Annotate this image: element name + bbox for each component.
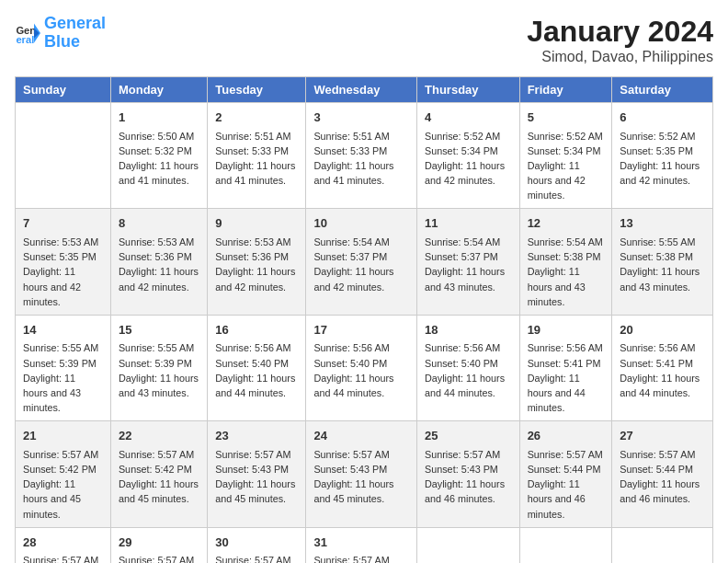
day-number: 12 — [528, 214, 605, 233]
day-cell: 13Sunrise: 5:55 AMSunset: 5:38 PMDayligh… — [612, 209, 713, 315]
day-cell: 31Sunrise: 5:57 AMSunset: 5:45 PMDayligh… — [306, 527, 417, 563]
day-info: Sunrise: 5:55 AMSunset: 5:39 PMDaylight:… — [119, 340, 199, 400]
day-cell: 23Sunrise: 5:57 AMSunset: 5:43 PMDayligh… — [208, 421, 306, 527]
day-number: 14 — [23, 321, 103, 339]
svg-text:eral: eral — [16, 34, 34, 45]
day-info: Sunrise: 5:54 AMSunset: 5:38 PMDaylight:… — [528, 235, 605, 309]
day-cell: 17Sunrise: 5:56 AMSunset: 5:40 PMDayligh… — [306, 315, 417, 420]
day-number: 22 — [119, 427, 199, 445]
day-number: 18 — [425, 321, 512, 339]
week-row-5: 28Sunrise: 5:57 AMSunset: 5:44 PMDayligh… — [16, 527, 713, 563]
day-info: Sunrise: 5:56 AMSunset: 5:40 PMDaylight:… — [313, 340, 409, 400]
day-number: 10 — [313, 214, 409, 233]
day-info: Sunrise: 5:57 AMSunset: 5:42 PMDaylight:… — [119, 447, 199, 507]
day-cell: 22Sunrise: 5:57 AMSunset: 5:42 PMDayligh… — [110, 421, 207, 527]
day-number: 13 — [620, 214, 705, 233]
col-header-thursday: Thursday — [417, 77, 520, 103]
day-number: 11 — [425, 214, 512, 233]
day-number: 28 — [23, 534, 103, 552]
day-cell: 15Sunrise: 5:55 AMSunset: 5:39 PMDayligh… — [110, 315, 207, 420]
day-cell: 29Sunrise: 5:57 AMSunset: 5:45 PMDayligh… — [110, 527, 207, 563]
day-number: 17 — [313, 321, 409, 339]
day-number: 1 — [119, 109, 199, 127]
day-info: Sunrise: 5:57 AMSunset: 5:43 PMDaylight:… — [313, 447, 409, 507]
col-header-wednesday: Wednesday — [306, 77, 417, 103]
day-info: Sunrise: 5:51 AMSunset: 5:33 PMDaylight:… — [313, 129, 409, 189]
day-info: Sunrise: 5:52 AMSunset: 5:35 PMDaylight:… — [620, 129, 705, 189]
day-info: Sunrise: 5:56 AMSunset: 5:41 PMDaylight:… — [620, 340, 705, 400]
logo: Gen eral GeneralBlue — [15, 15, 106, 52]
day-number: 9 — [215, 214, 298, 233]
day-cell: 7Sunrise: 5:53 AMSunset: 5:35 PMDaylight… — [16, 209, 111, 315]
day-info: Sunrise: 5:52 AMSunset: 5:34 PMDaylight:… — [528, 129, 605, 203]
day-number: 23 — [215, 427, 298, 445]
day-number: 8 — [119, 214, 199, 233]
day-number: 29 — [119, 534, 199, 552]
day-info: Sunrise: 5:53 AMSunset: 5:36 PMDaylight:… — [215, 235, 298, 294]
day-info: Sunrise: 5:50 AMSunset: 5:32 PMDaylight:… — [119, 129, 199, 189]
day-cell: 6Sunrise: 5:52 AMSunset: 5:35 PMDaylight… — [612, 103, 713, 209]
day-cell: 28Sunrise: 5:57 AMSunset: 5:44 PMDayligh… — [16, 527, 111, 563]
day-info: Sunrise: 5:57 AMSunset: 5:42 PMDaylight:… — [23, 447, 103, 522]
day-number: 15 — [119, 321, 199, 339]
day-cell: 9Sunrise: 5:53 AMSunset: 5:36 PMDaylight… — [208, 209, 306, 315]
col-header-sunday: Sunday — [16, 77, 111, 103]
day-number: 6 — [620, 109, 705, 127]
day-cell — [519, 527, 612, 563]
day-cell: 2Sunrise: 5:51 AMSunset: 5:33 PMDaylight… — [208, 103, 306, 209]
day-number: 16 — [215, 321, 298, 339]
col-header-tuesday: Tuesday — [208, 77, 306, 103]
day-cell: 25Sunrise: 5:57 AMSunset: 5:43 PMDayligh… — [417, 421, 520, 527]
day-number: 3 — [313, 109, 409, 127]
day-info: Sunrise: 5:57 AMSunset: 5:44 PMDaylight:… — [620, 447, 705, 507]
week-row-3: 14Sunrise: 5:55 AMSunset: 5:39 PMDayligh… — [16, 315, 713, 420]
week-row-4: 21Sunrise: 5:57 AMSunset: 5:42 PMDayligh… — [16, 421, 713, 527]
day-info: Sunrise: 5:54 AMSunset: 5:37 PMDaylight:… — [313, 235, 409, 294]
day-info: Sunrise: 5:56 AMSunset: 5:40 PMDaylight:… — [425, 340, 512, 400]
logo-text: GeneralBlue — [44, 15, 106, 52]
day-info: Sunrise: 5:57 AMSunset: 5:45 PMDaylight:… — [313, 553, 409, 563]
day-info: Sunrise: 5:57 AMSunset: 5:45 PMDaylight:… — [119, 553, 199, 563]
day-info: Sunrise: 5:52 AMSunset: 5:34 PMDaylight:… — [425, 129, 512, 189]
day-cell: 10Sunrise: 5:54 AMSunset: 5:37 PMDayligh… — [306, 209, 417, 315]
day-number: 30 — [215, 534, 298, 552]
title-block: January 2024 Simod, Davao, Philippines — [527, 15, 713, 65]
calendar-table: SundayMondayTuesdayWednesdayThursdayFrid… — [15, 76, 713, 563]
day-number: 31 — [313, 534, 409, 552]
day-cell: 21Sunrise: 5:57 AMSunset: 5:42 PMDayligh… — [16, 421, 111, 527]
day-cell: 19Sunrise: 5:56 AMSunset: 5:41 PMDayligh… — [519, 315, 612, 420]
page-subtitle: Simod, Davao, Philippines — [527, 49, 713, 65]
day-info: Sunrise: 5:57 AMSunset: 5:44 PMDaylight:… — [23, 553, 103, 563]
day-number: 5 — [528, 109, 605, 127]
day-cell: 12Sunrise: 5:54 AMSunset: 5:38 PMDayligh… — [519, 209, 612, 315]
day-cell: 16Sunrise: 5:56 AMSunset: 5:40 PMDayligh… — [208, 315, 306, 420]
day-number: 2 — [215, 109, 298, 127]
day-number: 26 — [528, 427, 605, 445]
day-cell: 8Sunrise: 5:53 AMSunset: 5:36 PMDaylight… — [110, 209, 207, 315]
day-number: 20 — [620, 321, 705, 339]
page-header: Gen eral GeneralBlue January 2024 Simod,… — [15, 15, 713, 65]
day-cell: 1Sunrise: 5:50 AMSunset: 5:32 PMDaylight… — [110, 103, 207, 209]
day-number: 25 — [425, 427, 512, 445]
day-cell: 5Sunrise: 5:52 AMSunset: 5:34 PMDaylight… — [519, 103, 612, 209]
page-title: January 2024 — [527, 15, 713, 49]
day-info: Sunrise: 5:53 AMSunset: 5:35 PMDaylight:… — [23, 235, 103, 309]
day-info: Sunrise: 5:55 AMSunset: 5:38 PMDaylight:… — [620, 235, 705, 294]
day-cell: 4Sunrise: 5:52 AMSunset: 5:34 PMDaylight… — [417, 103, 520, 209]
day-cell — [417, 527, 520, 563]
day-cell — [16, 103, 111, 209]
day-number: 24 — [313, 427, 409, 445]
col-header-friday: Friday — [519, 77, 612, 103]
day-cell: 27Sunrise: 5:57 AMSunset: 5:44 PMDayligh… — [612, 421, 713, 527]
day-number: 19 — [528, 321, 605, 339]
day-info: Sunrise: 5:57 AMSunset: 5:44 PMDaylight:… — [528, 447, 605, 522]
week-row-2: 7Sunrise: 5:53 AMSunset: 5:35 PMDaylight… — [16, 209, 713, 315]
day-number: 21 — [23, 427, 103, 445]
day-info: Sunrise: 5:56 AMSunset: 5:41 PMDaylight:… — [528, 340, 605, 415]
day-info: Sunrise: 5:57 AMSunset: 5:43 PMDaylight:… — [215, 447, 298, 507]
day-info: Sunrise: 5:51 AMSunset: 5:33 PMDaylight:… — [215, 129, 298, 189]
day-cell — [612, 527, 713, 563]
day-cell: 26Sunrise: 5:57 AMSunset: 5:44 PMDayligh… — [519, 421, 612, 527]
day-number: 7 — [23, 214, 103, 233]
day-cell: 18Sunrise: 5:56 AMSunset: 5:40 PMDayligh… — [417, 315, 520, 420]
